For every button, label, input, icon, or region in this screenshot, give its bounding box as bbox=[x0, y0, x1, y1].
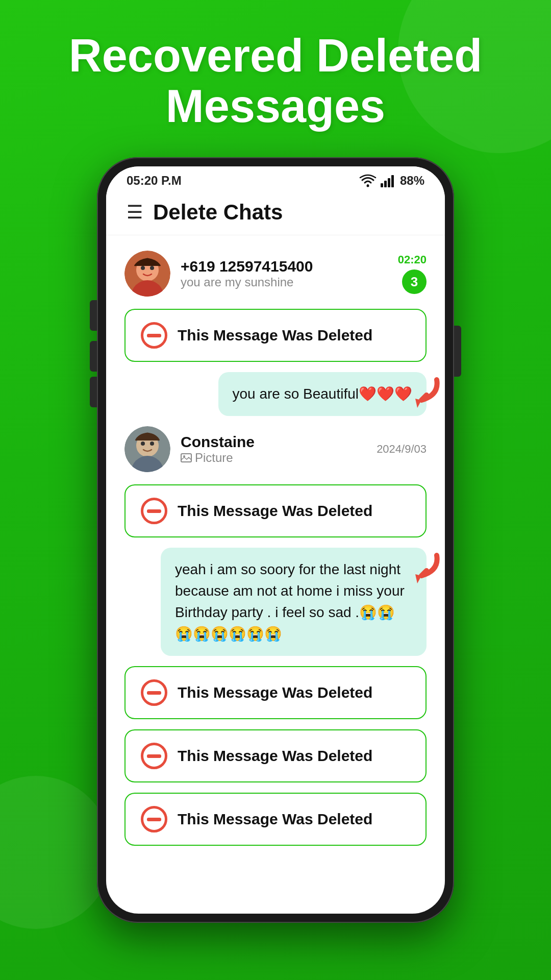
contact-info-1: +619 12597415400 you are my sunshine bbox=[181, 258, 388, 289]
chat-content: +619 12597415400 you are my sunshine 02:… bbox=[106, 235, 445, 871]
svg-point-9 bbox=[150, 266, 154, 270]
wifi-icon bbox=[359, 174, 377, 187]
page-header-title: Recovered Deleted Messages bbox=[0, 0, 551, 152]
recovered-bubble-wrapper-1: you are so Beautiful❤️❤️❤️ bbox=[124, 372, 427, 416]
contact-row-1[interactable]: +619 12597415400 you are my sunshine 02:… bbox=[124, 251, 427, 297]
svg-rect-1 bbox=[381, 183, 383, 187]
arrow-icon-2 bbox=[396, 548, 442, 591]
svg-rect-2 bbox=[384, 181, 387, 187]
contact-meta-1: 02:20 3 bbox=[398, 253, 427, 294]
phone-screen: 05:20 P.M bbox=[106, 166, 445, 914]
deleted-message-text-2: This Message Was Deleted bbox=[178, 502, 372, 520]
phone-body: 05:20 P.M bbox=[97, 157, 454, 923]
avatar-1 bbox=[124, 251, 170, 297]
recovered-bubble-wrapper-2: yeah i am so soory for the last night be… bbox=[124, 548, 427, 656]
no-entry-icon-4 bbox=[141, 743, 167, 769]
phone-mockup: 05:20 P.M bbox=[0, 157, 551, 923]
unread-badge-1: 3 bbox=[402, 270, 427, 294]
recovered-bubble-1: you are so Beautiful❤️❤️❤️ bbox=[218, 372, 427, 416]
contact-row-2[interactable]: Constaine Picture 2024/9/03 bbox=[124, 426, 427, 472]
svg-point-13 bbox=[141, 442, 145, 446]
no-entry-icon-3 bbox=[141, 679, 167, 706]
menu-icon[interactable]: ☰ bbox=[127, 202, 143, 223]
app-header: ☰ Delete Chats bbox=[106, 192, 445, 235]
avatar-2 bbox=[124, 426, 170, 472]
svg-rect-4 bbox=[391, 175, 394, 187]
no-entry-icon-5 bbox=[141, 806, 167, 832]
svg-point-14 bbox=[150, 442, 154, 446]
deleted-message-3: This Message Was Deleted bbox=[124, 666, 427, 719]
contact-info-2: Constaine Picture bbox=[181, 433, 366, 465]
status-bar: 05:20 P.M bbox=[106, 166, 445, 192]
deleted-message-1: This Message Was Deleted bbox=[124, 309, 427, 362]
status-icons: 88% bbox=[359, 174, 424, 188]
recovered-bubble-2: yeah i am so soory for the last night be… bbox=[161, 548, 427, 656]
contact-sub-2: Picture bbox=[181, 451, 366, 465]
svg-rect-3 bbox=[388, 178, 390, 187]
arrow-icon-1 bbox=[396, 372, 442, 415]
app-title: Delete Chats bbox=[153, 200, 283, 225]
deleted-message-text-3: This Message Was Deleted bbox=[178, 684, 372, 701]
contact-date-2: 2024/9/03 bbox=[377, 443, 427, 456]
contact-time-1: 02:20 bbox=[398, 253, 427, 266]
deleted-message-2: This Message Was Deleted bbox=[124, 484, 427, 537]
contact-name-2: Constaine bbox=[181, 433, 366, 451]
contact-name-1: +619 12597415400 bbox=[181, 258, 388, 275]
svg-point-0 bbox=[366, 185, 369, 187]
picture-icon bbox=[181, 452, 192, 463]
deleted-message-text-1: This Message Was Deleted bbox=[178, 327, 372, 344]
status-time: 05:20 P.M bbox=[127, 174, 182, 188]
svg-point-8 bbox=[141, 266, 145, 270]
no-entry-icon-1 bbox=[141, 322, 167, 349]
signal-icon bbox=[381, 174, 396, 187]
battery-text: 88% bbox=[400, 174, 424, 188]
deleted-message-text-5: This Message Was Deleted bbox=[178, 811, 372, 828]
contact-sub-1: you are my sunshine bbox=[181, 275, 388, 289]
contact-meta-2: 2024/9/03 bbox=[377, 443, 427, 456]
deleted-message-4: This Message Was Deleted bbox=[124, 729, 427, 782]
deleted-message-text-4: This Message Was Deleted bbox=[178, 747, 372, 765]
no-entry-icon-2 bbox=[141, 498, 167, 524]
deleted-message-5: This Message Was Deleted bbox=[124, 793, 427, 846]
